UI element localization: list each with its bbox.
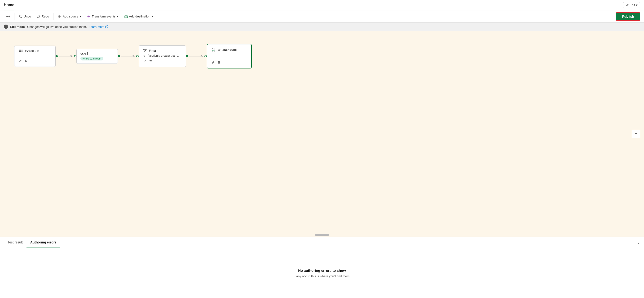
tabs-bar: Test result Authoring errors ⌄ (0, 237, 644, 248)
transform-dropdown-arrow: ▾ (117, 15, 118, 18)
connector-3 (186, 54, 207, 59)
svg-rect-11 (22, 50, 22, 50)
eventhub-actions (18, 59, 52, 64)
empty-state-title: No authoring errors to show (298, 269, 346, 273)
transform-events-button[interactable]: Transform events ▾ (84, 13, 121, 20)
filter-label: Filter (149, 49, 156, 52)
eventhub-edit-btn[interactable] (18, 59, 22, 64)
edit-button[interactable]: Edit ▾ (623, 2, 640, 8)
eventhub-node[interactable]: EventHub (14, 46, 56, 67)
es-v2-node[interactable]: es-v2 es-v2-stream (76, 49, 118, 64)
title-bar-right: Edit ▾ (623, 2, 640, 8)
to-lakehouse-actions (211, 60, 248, 65)
svg-rect-13 (143, 55, 146, 55)
info-bar: i Edit mode Changes will go live once yo… (0, 23, 644, 31)
svg-rect-10 (20, 51, 21, 52)
external-link-icon (105, 25, 108, 28)
undo-button[interactable]: Undo (16, 13, 33, 20)
settings-icon (6, 15, 10, 18)
filter-condition: PartitionId greater than 1 (143, 54, 182, 57)
tab-authoring-errors[interactable]: Authoring errors (26, 238, 60, 248)
svg-rect-7 (19, 50, 20, 50)
svg-rect-9 (20, 50, 21, 50)
dot-6 (204, 55, 207, 57)
add-node-button[interactable]: + (632, 130, 640, 138)
dot-4 (136, 55, 139, 57)
svg-point-0 (8, 16, 9, 17)
add-destination-dropdown-arrow: ▾ (152, 15, 153, 18)
arrow-1 (58, 54, 74, 59)
filter-actions (143, 59, 182, 64)
settings-button[interactable] (4, 13, 12, 20)
filter-edit-btn[interactable] (143, 59, 147, 64)
svg-rect-2 (58, 17, 60, 18)
dot-2 (74, 55, 76, 57)
eventhub-label: EventHub (25, 49, 39, 53)
eventhub-delete-btn[interactable] (24, 59, 28, 64)
separator-1 (14, 13, 14, 20)
publish-button[interactable]: Publish (616, 12, 640, 21)
add-destination-button[interactable]: Add destination ▾ (122, 13, 156, 20)
filter-condition-text: PartitionId greater than 1 (148, 54, 179, 57)
add-destination-icon (124, 15, 128, 18)
info-icon: i (4, 24, 8, 29)
svg-rect-14 (143, 56, 145, 56)
edit-icon (626, 3, 629, 7)
transform-icon (87, 15, 90, 18)
filter-delete-btn[interactable] (148, 59, 152, 64)
svg-rect-1 (58, 15, 60, 16)
svg-rect-12 (22, 51, 22, 52)
collapse-button[interactable]: ⌄ (637, 240, 640, 245)
stream-icon (82, 57, 85, 60)
filter-condition-icon (143, 55, 146, 57)
redo-icon (37, 15, 40, 18)
toolbar: Undo Redo Add source ▾ Transform events … (0, 10, 644, 23)
pipeline-canvas[interactable]: EventHub es-v2 (0, 31, 644, 237)
canvas-scrollbar[interactable] (315, 234, 329, 236)
filter-icon (143, 48, 147, 53)
svg-rect-8 (19, 51, 20, 52)
to-lakehouse-delete-btn[interactable] (217, 60, 221, 65)
edit-mode-label: Edit mode (10, 25, 25, 28)
bottom-panel: Test result Authoring errors ⌄ No author… (0, 237, 644, 298)
separator-2 (53, 13, 54, 20)
es-v2-tag: es-v2-stream (80, 57, 103, 60)
svg-rect-4 (60, 17, 61, 18)
add-source-icon (58, 15, 62, 18)
edit-dropdown-arrow: ▾ (636, 3, 638, 7)
add-source-dropdown-arrow: ▾ (80, 15, 81, 18)
eventhub-icon (18, 49, 23, 53)
tab-test-result[interactable]: Test result (4, 238, 26, 248)
info-message: Changes will go live once you publish th… (27, 25, 87, 28)
empty-state: No authoring errors to show If any occur… (0, 248, 644, 298)
svg-rect-15 (144, 56, 145, 57)
page-title: Home (4, 3, 14, 7)
lakehouse-icon (211, 47, 216, 52)
title-bar: Home Edit ▾ (0, 0, 644, 10)
arrow-3 (188, 54, 204, 59)
to-lakehouse-label: to-lakehouse (218, 48, 236, 51)
filter-node[interactable]: Filter PartitionId greater than 1 (139, 45, 186, 67)
connector-2 (118, 54, 139, 59)
es-v2-label: es-v2 (80, 52, 88, 55)
arrow-2 (120, 54, 136, 59)
to-lakehouse-node[interactable]: to-lakehouse (207, 44, 252, 68)
pipeline-layout: EventHub es-v2 (14, 44, 252, 68)
redo-button[interactable]: Redo (34, 13, 51, 20)
undo-icon (19, 15, 22, 18)
svg-rect-3 (60, 15, 61, 16)
connector-1 (56, 54, 76, 59)
learn-more-link[interactable]: Learn more (89, 25, 108, 28)
to-lakehouse-edit-btn[interactable] (211, 60, 215, 65)
empty-state-description: If any occur, this is where you'll find … (294, 274, 350, 278)
add-source-button[interactable]: Add source ▾ (55, 13, 84, 20)
